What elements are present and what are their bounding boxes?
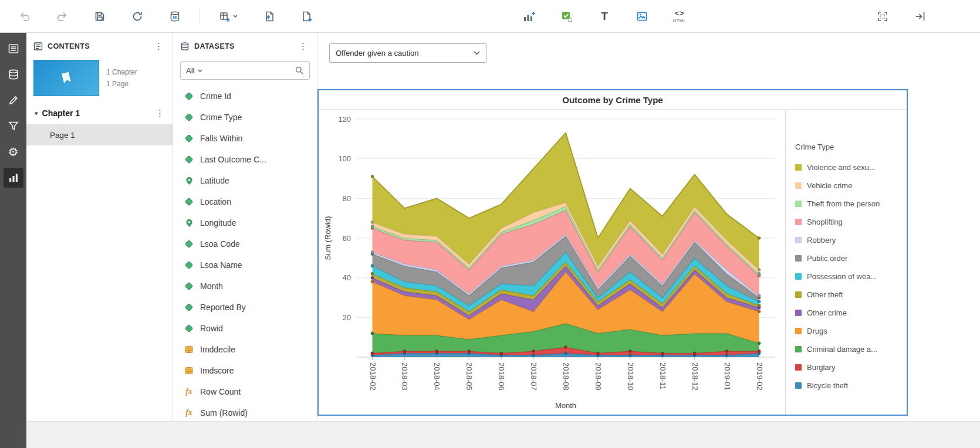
dataset-field-crime-type[interactable]: Crime Type xyxy=(173,107,317,128)
add-text-button[interactable]: T xyxy=(593,5,616,28)
chapter-collapse-caret-icon[interactable]: ▾ xyxy=(35,110,38,117)
legend-swatch xyxy=(795,219,802,225)
bottom-scroll-strip[interactable] xyxy=(26,421,980,448)
geo-pin-icon xyxy=(184,219,194,228)
undo-button[interactable] xyxy=(13,5,36,28)
svg-text:2018-09: 2018-09 xyxy=(594,362,603,391)
legend-label: Vehicle crime xyxy=(807,181,852,190)
stacked-area-chart[interactable]: 204060801001202018-022018-032018-042018-… xyxy=(319,110,785,415)
legend-item[interactable]: Theft from the person xyxy=(795,195,904,213)
legend-item[interactable]: Vehicle crime xyxy=(795,177,904,195)
contents-menu-button[interactable]: ⋮ xyxy=(151,40,167,53)
dataset-field-list: Crime IdCrime TypeFalls WithinLast Outco… xyxy=(173,84,317,421)
panels-row: CONTENTS ⋮ 1 Chapter 1 Page xyxy=(26,33,980,421)
dataset-filter-all[interactable]: All xyxy=(186,66,194,75)
left-icon-rail: ⚙ xyxy=(0,33,26,448)
legend-title: Crime Type xyxy=(795,142,904,151)
dataset-field-last-outcome-c[interactable]: Last Outcome C... xyxy=(173,149,317,170)
add-page-icon xyxy=(263,11,275,22)
add-image-button[interactable] xyxy=(630,5,654,28)
legend-item[interactable]: Possession of wea... xyxy=(795,267,904,286)
add-visualization-button[interactable] xyxy=(518,5,541,28)
legend-item[interactable]: Public order xyxy=(795,249,904,267)
rail-edit-button[interactable] xyxy=(4,90,23,110)
dataset-field-falls-within[interactable]: Falls Within xyxy=(173,128,317,149)
dataset-field-sum-rowid[interactable]: fxSum (Rowid) xyxy=(173,402,317,421)
legend-label: Other theft xyxy=(807,290,843,299)
dataset-field-location[interactable]: Location xyxy=(173,191,317,212)
dataset-field-lsoa-name[interactable]: Lsoa Name xyxy=(173,254,317,276)
legend-swatch xyxy=(795,310,802,316)
legend-swatch xyxy=(795,346,802,352)
outcome-filter-dropdown[interactable]: Offender given a caution xyxy=(329,43,486,63)
selection-mode-button[interactable] xyxy=(871,5,894,28)
legend-item[interactable]: Other theft xyxy=(795,286,904,304)
save-button[interactable] xyxy=(88,5,111,28)
rail-contents-button[interactable] xyxy=(4,39,23,59)
add-dataset-button[interactable] xyxy=(213,5,244,28)
legend-item[interactable]: Other crime xyxy=(795,304,904,322)
search-icon[interactable] xyxy=(295,66,304,75)
code-icon: <> xyxy=(674,9,684,17)
field-label: Lsoa Name xyxy=(200,260,242,270)
legend-label: Violence and sexu... xyxy=(807,163,876,172)
dataset-field-imddecile[interactable]: Imddecile xyxy=(173,339,317,360)
contents-panel-title: CONTENTS xyxy=(48,42,90,50)
legend-label: Bicycle theft xyxy=(807,381,848,390)
contents-panel-icon xyxy=(33,42,43,51)
legend-swatch xyxy=(795,328,802,334)
legend-item[interactable]: Burglary xyxy=(795,358,904,376)
dataset-field-reported-by[interactable]: Reported By xyxy=(173,297,317,318)
dataset-field-imdscore[interactable]: Imdscore xyxy=(173,360,317,381)
legend-item[interactable]: Drugs xyxy=(795,322,904,340)
legend-item[interactable]: Violence and sexu... xyxy=(795,158,904,177)
legend-swatch xyxy=(795,164,802,171)
legend-item[interactable]: Shoplifting xyxy=(795,213,904,231)
add-html-button[interactable]: <> HTML xyxy=(668,5,691,28)
dataset-search-box[interactable]: All xyxy=(180,61,310,80)
refresh-button[interactable] xyxy=(126,5,149,28)
field-label: Imdscore xyxy=(200,366,234,375)
rail-settings-button[interactable]: ⚙ xyxy=(4,142,23,162)
legend-item[interactable]: Robbery xyxy=(795,231,904,249)
toolbar-separator xyxy=(200,8,200,25)
add-control-button[interactable] xyxy=(555,5,579,28)
chart-card[interactable]: Outcome by Crime Type 204060801001202018… xyxy=(317,89,908,416)
add-canvas-button[interactable] xyxy=(295,5,319,28)
svg-text:2018-04: 2018-04 xyxy=(432,362,441,391)
legend-item[interactable]: Bicycle theft xyxy=(795,376,904,395)
dataset-field-latitude[interactable]: Latitude xyxy=(173,170,317,191)
datasets-panel-icon xyxy=(180,42,190,51)
dataset-field-month[interactable]: Month xyxy=(173,276,317,297)
add-page-button[interactable] xyxy=(258,5,281,28)
dimension-icon xyxy=(184,157,194,162)
dataset-field-longitude[interactable]: Longitude xyxy=(173,212,317,233)
rail-data-button[interactable] xyxy=(4,65,23,84)
collapse-panel-icon xyxy=(914,11,926,22)
rail-filter-button[interactable] xyxy=(4,116,23,136)
right-column: CONTENTS ⋮ 1 Chapter 1 Page xyxy=(26,33,980,448)
redo-button[interactable] xyxy=(50,5,74,28)
workbook-thumbnail[interactable] xyxy=(33,60,99,96)
workbook-thumbnail-row: 1 Chapter 1 Page xyxy=(26,59,173,101)
page-item-selected[interactable]: Page 1 xyxy=(26,124,173,145)
dataset-field-rowid[interactable]: Rowid xyxy=(173,318,317,339)
content-row: ⚙ CONTENTS ⋮ xyxy=(0,33,980,448)
numeric-attribute-icon xyxy=(184,345,194,354)
field-label: Reported By xyxy=(200,303,246,312)
chapter-row[interactable]: ▾ Chapter 1 ⋮ xyxy=(26,101,173,124)
main-canvas: Offender given a caution Outcome by Crim… xyxy=(317,33,980,421)
dataset-field-crime-id[interactable]: Crime Id xyxy=(173,86,317,107)
chapter-menu-button[interactable]: ⋮ xyxy=(152,107,168,120)
dimension-icon xyxy=(184,283,194,289)
field-label: Crime Type xyxy=(200,113,242,122)
dataset-field-row-count[interactable]: fxRow Count xyxy=(173,381,317,402)
field-label: Location xyxy=(200,197,231,206)
legend-label: Possession of wea... xyxy=(807,272,877,281)
database-button[interactable] xyxy=(163,5,187,28)
rail-visualizations-button[interactable] xyxy=(4,168,23,188)
legend-item[interactable]: Criminal damage a... xyxy=(795,340,904,358)
datasets-menu-button[interactable]: ⋮ xyxy=(295,40,311,53)
collapse-right-panel-button[interactable] xyxy=(908,5,932,28)
dataset-field-lsoa-code[interactable]: Lsoa Code xyxy=(173,233,317,254)
